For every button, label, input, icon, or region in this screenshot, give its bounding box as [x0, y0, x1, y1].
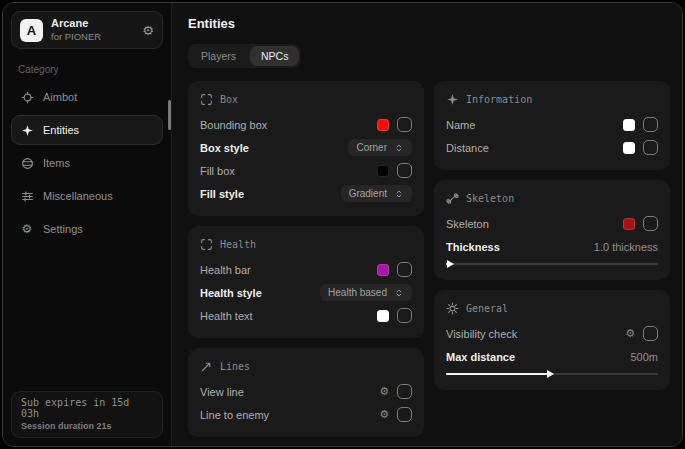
checkbox[interactable] [643, 117, 658, 132]
setting-row: Max distance 500m [446, 345, 658, 368]
setting-label: Box style [200, 142, 249, 154]
color-swatch[interactable] [377, 119, 389, 131]
color-swatch[interactable] [623, 142, 635, 154]
page-title: Entities [188, 16, 670, 31]
checkbox[interactable] [397, 117, 412, 132]
sub-expiry-text: Sub expires in 15d 03h [21, 397, 153, 419]
checkbox[interactable] [643, 216, 658, 231]
color-swatch[interactable] [377, 165, 389, 177]
card-title: Lines [220, 361, 250, 372]
card-title: Skeleton [466, 193, 514, 204]
tab-players[interactable]: Players [190, 46, 247, 66]
setting-label: Bounding box [200, 119, 267, 131]
diagonal-line-icon [200, 360, 213, 373]
tab-npcs[interactable]: NPCs [250, 46, 299, 66]
card-general: General Visibility check ⚙ Max distance … [434, 290, 670, 390]
sidebar-item-items[interactable]: Items [11, 148, 163, 178]
setting-label: Max distance [446, 351, 515, 363]
checkbox[interactable] [397, 308, 412, 323]
sidebar-item-aimbot[interactable]: Aimbot [11, 82, 163, 112]
setting-row: Thickness 1.0 thickness [446, 235, 658, 258]
card-lines: Lines View line ⚙ Line to enemy ⚙ [188, 348, 424, 437]
frame-corners-icon [200, 238, 213, 251]
sidebar-item-miscellaneous[interactable]: Miscellaneous [11, 181, 163, 211]
setting-row: Distance [446, 136, 658, 159]
config-gear-icon[interactable]: ⚙ [625, 327, 635, 340]
crosshair-icon [20, 90, 34, 104]
checkbox[interactable] [643, 140, 658, 155]
brand-header: A Arcane for PIONER ⚙ [11, 11, 163, 49]
card-skeleton: Skeleton Skeleton Thickness 1.0 thicknes… [434, 180, 670, 280]
checkbox[interactable] [397, 407, 412, 422]
sidebar-item-label: Settings [43, 223, 83, 235]
sidebar-item-label: Items [43, 157, 70, 169]
slider-value: 1.0 thickness [594, 241, 658, 253]
card-title: General [466, 303, 508, 314]
unfold-icon [394, 288, 404, 298]
color-swatch[interactable] [623, 119, 635, 131]
main-panel: Entities Players NPCs Box Bounding box [172, 3, 682, 446]
sidebar-nav: Aimbot Entities Items Miscellaneous [11, 82, 163, 244]
slider-handle[interactable] [447, 260, 454, 268]
config-gear-icon[interactable]: ⚙ [379, 385, 389, 398]
subscription-panel: Sub expires in 15d 03h Session duration … [11, 391, 163, 438]
sidebar-item-label: Entities [43, 124, 79, 136]
setting-row: Health style Health based [200, 281, 412, 304]
setting-row: Bounding box [200, 113, 412, 136]
config-gear-icon[interactable]: ⚙ [379, 408, 389, 421]
color-swatch[interactable] [623, 218, 635, 230]
max-distance-slider[interactable] [446, 369, 658, 379]
color-swatch[interactable] [377, 310, 389, 322]
setting-label: Fill style [200, 188, 244, 200]
sidebar-item-entities[interactable]: Entities [11, 115, 163, 145]
setting-row: Fill style Gradient [200, 182, 412, 205]
card-title: Box [220, 94, 238, 105]
sidebar-item-settings[interactable]: ⚙ Settings [11, 214, 163, 244]
checkbox[interactable] [643, 326, 658, 341]
setting-row: Health text [200, 304, 412, 327]
thickness-slider[interactable] [446, 259, 658, 269]
setting-label: View line [200, 386, 244, 398]
setting-row: Box style Corner [200, 136, 412, 159]
card-title: Health [220, 239, 256, 250]
dropdown-value: Corner [356, 142, 387, 153]
health-style-dropdown[interactable]: Health based [320, 284, 412, 301]
fill-style-dropdown[interactable]: Gradient [341, 185, 412, 202]
unfold-icon [394, 143, 404, 153]
sidebar-scrollbar[interactable] [168, 100, 171, 130]
sparkle-icon [20, 123, 34, 137]
app-window: A Arcane for PIONER ⚙ Category Aimbot En… [2, 2, 683, 447]
card-title: Information [466, 94, 532, 105]
gear-icon: ⚙ [20, 222, 34, 236]
setting-row: View line ⚙ [200, 380, 412, 403]
setting-row: Visibility check ⚙ [446, 322, 658, 345]
unfold-icon [394, 189, 404, 199]
card-health: Health Health bar Health style Health ba… [188, 226, 424, 338]
setting-row: Line to enemy ⚙ [200, 403, 412, 426]
settings-gear-icon[interactable]: ⚙ [142, 23, 154, 38]
setting-row: Health bar [200, 258, 412, 281]
checkbox[interactable] [397, 384, 412, 399]
slider-handle[interactable] [547, 370, 554, 378]
setting-label: Health style [200, 287, 262, 299]
checkbox[interactable] [397, 262, 412, 277]
card-box: Box Bounding box Box style Corner [188, 81, 424, 216]
setting-label: Fill box [200, 165, 235, 177]
setting-label: Visibility check [446, 328, 517, 340]
box-style-dropdown[interactable]: Corner [348, 139, 412, 156]
sidebar: A Arcane for PIONER ⚙ Category Aimbot En… [3, 3, 172, 446]
category-label: Category [18, 64, 156, 75]
setting-label: Skeleton [446, 218, 489, 230]
brand-title: Arcane [51, 17, 101, 31]
card-information: Information Name Distance [434, 81, 670, 170]
setting-label: Name [446, 119, 475, 131]
sphere-icon [20, 156, 34, 170]
checkbox[interactable] [397, 163, 412, 178]
setting-row: Fill box [200, 159, 412, 182]
setting-row: Skeleton [446, 212, 658, 235]
color-swatch[interactable] [377, 264, 389, 276]
sparkle-icon [446, 93, 459, 106]
dropdown-value: Health based [328, 287, 387, 298]
dropdown-value: Gradient [349, 188, 387, 199]
sidebar-item-label: Miscellaneous [43, 190, 113, 202]
